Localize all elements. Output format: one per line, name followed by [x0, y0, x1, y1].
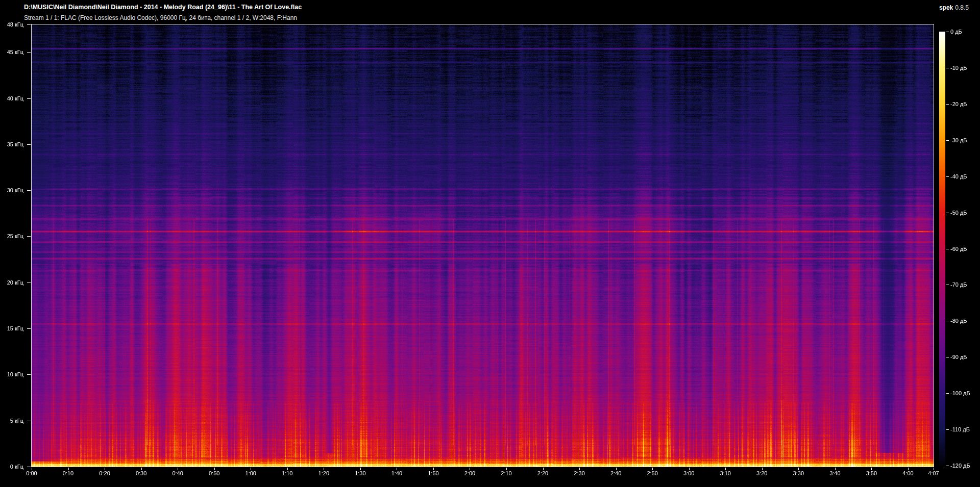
- spectrogram-canvas: [32, 24, 934, 467]
- time-tick-label: 1:30: [355, 470, 365, 476]
- db-tick-label: 0 дБ: [950, 29, 962, 35]
- time-tick: [934, 468, 934, 470]
- time-tick: [105, 468, 105, 470]
- db-tick-label: -10 дБ: [950, 65, 967, 71]
- time-tick-label: 1:00: [246, 470, 256, 476]
- time-tick-label: 0:20: [99, 470, 110, 476]
- stream-info: Stream 1 / 1: FLAC (Free Lossless Audio …: [24, 14, 297, 21]
- colorbar-gradient: [939, 32, 945, 466]
- spectrogram-frame: [31, 24, 934, 467]
- db-tick-label: -90 дБ: [950, 354, 967, 360]
- time-tick: [835, 468, 836, 470]
- time-tick-label: 0:50: [209, 470, 219, 476]
- freq-tick-label: 0 кГц: [0, 464, 23, 470]
- app-brand: spek0.8.5: [939, 4, 969, 11]
- db-tick-label: -110 дБ: [950, 426, 970, 432]
- time-tick: [287, 468, 288, 470]
- time-tick-label: 4:00: [902, 470, 913, 476]
- time-tick: [616, 468, 617, 470]
- time-tick-label: 1:50: [428, 470, 438, 476]
- time-tick: [433, 468, 434, 470]
- freq-tick-label: 30 кГц: [0, 187, 23, 193]
- time-tick-label: 1:10: [282, 470, 292, 476]
- time-tick-label: 2:40: [610, 470, 621, 476]
- file-path: D:\MUSIC\Neil Diamond\Neil Diamond - 201…: [24, 4, 302, 11]
- time-tick-label: 0:30: [136, 470, 146, 476]
- db-tick-label: -20 дБ: [950, 101, 967, 107]
- time-tick: [360, 468, 361, 470]
- spek-window: { "header": { "file_path": "D:\\MUSIC\\N…: [0, 0, 980, 487]
- db-tick: [946, 140, 949, 141]
- time-tick: [141, 468, 142, 470]
- freq-tick: [27, 190, 31, 191]
- time-tick-label: 2:30: [574, 470, 584, 476]
- freq-tick: [27, 374, 31, 375]
- freq-tick-label: 45 кГц: [0, 49, 23, 55]
- db-tick: [946, 321, 949, 321]
- time-tick: [397, 468, 397, 470]
- freq-tick-label: 48 кГц: [0, 21, 23, 28]
- db-tick-label: -80 дБ: [950, 318, 967, 324]
- time-tick: [470, 468, 470, 470]
- freq-tick-label: 15 кГц: [0, 325, 23, 331]
- db-tick: [946, 285, 949, 285]
- time-tick-label: 2:50: [647, 470, 657, 476]
- time-tick: [506, 468, 507, 470]
- time-tick-label: 3:00: [683, 470, 694, 476]
- time-tick: [579, 468, 580, 470]
- time-tick-label: 3:20: [756, 470, 767, 476]
- db-tick: [946, 429, 949, 430]
- freq-tick: [27, 98, 31, 99]
- time-tick: [543, 468, 544, 470]
- db-tick-label: -60 дБ: [950, 246, 967, 252]
- freq-tick-label: 10 кГц: [0, 371, 23, 377]
- time-tick-label: 3:40: [829, 470, 840, 476]
- db-tick-label: -120 дБ: [950, 463, 970, 469]
- time-tick: [652, 468, 653, 470]
- time-tick-label: 3:30: [793, 470, 804, 476]
- time-tick: [725, 468, 726, 470]
- freq-tick: [27, 52, 31, 53]
- time-tick-label: 3:50: [866, 470, 877, 476]
- db-tick-label: -30 дБ: [950, 137, 967, 143]
- time-tick-label: 2:20: [537, 470, 548, 476]
- db-tick-label: -40 дБ: [950, 173, 967, 180]
- time-tick-label: 1:20: [318, 470, 329, 476]
- time-tick-label: 0:10: [63, 470, 74, 476]
- time-tick: [689, 468, 690, 470]
- db-tick: [946, 249, 949, 249]
- time-tick-label: 2:00: [464, 470, 475, 476]
- app-name-label: spek: [939, 4, 953, 11]
- time-tick: [214, 468, 215, 470]
- time-tick: [32, 468, 32, 470]
- db-tick: [946, 104, 949, 105]
- freq-tick-label: 40 кГц: [0, 95, 23, 101]
- time-tick: [798, 468, 799, 470]
- time-tick: [324, 468, 324, 470]
- db-colorbar: [939, 32, 945, 466]
- freq-tick-label: 35 кГц: [0, 141, 23, 147]
- time-tick-label: 0:40: [172, 470, 183, 476]
- db-tick: [946, 213, 949, 213]
- db-tick: [946, 32, 949, 32]
- db-tick-label: -100 дБ: [950, 390, 970, 396]
- db-tick-label: -70 дБ: [950, 281, 967, 288]
- freq-tick: [27, 144, 31, 145]
- time-tick: [178, 468, 178, 470]
- time-tick: [68, 468, 69, 470]
- app-version-label: 0.8.5: [955, 4, 969, 11]
- freq-tick-label: 25 кГц: [0, 233, 23, 239]
- freq-tick: [27, 24, 31, 25]
- freq-tick-label: 20 кГц: [0, 279, 23, 286]
- freq-tick: [27, 421, 31, 421]
- time-tick-label: 2:10: [501, 470, 511, 476]
- db-tick: [946, 357, 949, 357]
- time-tick-label: 3:10: [720, 470, 731, 476]
- time-tick: [251, 468, 251, 470]
- time-tick-label: 0:00: [26, 470, 37, 476]
- time-tick-label: 4:07: [928, 470, 939, 476]
- freq-tick: [27, 328, 31, 329]
- time-tick: [908, 468, 909, 470]
- db-tick: [946, 466, 949, 466]
- db-tick: [946, 68, 949, 68]
